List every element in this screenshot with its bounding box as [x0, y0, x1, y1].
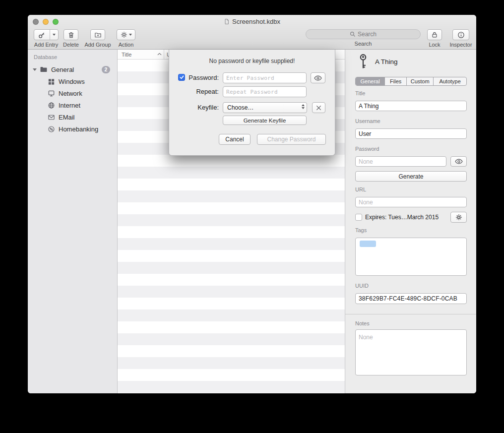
toolbar: Add Entry Delete Add Group	[28, 28, 476, 50]
group-label: EMail	[59, 114, 75, 121]
repeat-input[interactable]	[223, 86, 307, 97]
delete-label: Delete	[63, 42, 79, 48]
sidebar-item-internet[interactable]: Internet	[28, 99, 117, 111]
entry-count-badge: 2	[102, 66, 110, 73]
inspector-tabs: General Files Custom Autotype	[355, 77, 467, 86]
delete-button[interactable]	[63, 29, 78, 40]
entry-title: A Thing	[375, 58, 398, 65]
group-label: Internet	[59, 102, 80, 109]
password-input[interactable]	[223, 72, 307, 83]
eye-icon	[314, 75, 322, 81]
tag-chip[interactable]	[360, 241, 376, 247]
email-icon	[48, 114, 55, 121]
windows-icon	[48, 78, 55, 85]
change-password-button[interactable]: Change Password	[257, 134, 326, 145]
expires-row: Expires: Tues…March 2015	[355, 214, 439, 221]
title-field[interactable]	[355, 101, 467, 111]
url-field-label: URL	[355, 186, 366, 192]
tab-files[interactable]: Files	[384, 77, 406, 85]
add-entry-item: Add Entry	[32, 29, 61, 48]
username-field-label: Username	[355, 118, 380, 124]
show-password-button[interactable]	[311, 72, 325, 83]
tab-general[interactable]: General	[356, 77, 384, 85]
section-divider	[345, 314, 476, 314]
generate-password-button[interactable]: Generate	[355, 171, 467, 182]
sort-ascending-icon	[157, 53, 162, 56]
search-placeholder: Search	[358, 31, 377, 38]
url-field[interactable]	[355, 197, 467, 207]
search-input[interactable]: Search	[306, 29, 421, 39]
sidebar-item-windows[interactable]: Windows	[28, 75, 117, 87]
window-title-area: Screenshot.kdbx	[28, 15, 476, 28]
folder-plus-icon	[94, 31, 102, 39]
password-label: Password:	[169, 74, 219, 81]
eye-icon	[455, 159, 463, 164]
notes-field[interactable]: None	[355, 329, 467, 375]
uuid-field[interactable]	[355, 293, 467, 304]
column-header-title[interactable]: Title	[122, 52, 131, 58]
zoom-button[interactable]	[53, 19, 59, 25]
tags-box[interactable]	[355, 238, 467, 276]
add-group-button[interactable]	[90, 29, 105, 40]
action-button[interactable]	[117, 29, 135, 40]
password-field-label: Password	[355, 146, 379, 152]
expires-settings-button[interactable]	[450, 212, 467, 223]
sidebar-item-homebanking[interactable]: Homebanking	[28, 123, 117, 135]
notes-placeholder: None	[359, 334, 373, 341]
search-icon	[350, 31, 356, 37]
title-field-label: Title	[355, 90, 365, 96]
clear-keyfile-button[interactable]	[312, 102, 325, 113]
password-field[interactable]	[355, 156, 446, 167]
tab-custom[interactable]: Custom	[406, 77, 433, 85]
action-label: Action	[119, 42, 134, 48]
traffic-lights	[33, 19, 59, 25]
keyfile-label: Keyfile:	[169, 104, 219, 111]
reveal-password-button[interactable]	[450, 156, 467, 167]
add-group-item: Add Group	[82, 29, 113, 48]
internet-icon	[48, 102, 55, 109]
sidebar-item-general[interactable]: General 2	[28, 63, 117, 75]
disclosure-icon[interactable]	[33, 68, 37, 71]
repeat-label: Repeat:	[169, 88, 219, 95]
expires-checkbox[interactable]	[355, 214, 362, 221]
add-group-label: Add Group	[84, 42, 111, 48]
keyfile-dropdown[interactable]: Choose…	[223, 102, 307, 113]
sidebar-item-network[interactable]: Network	[28, 87, 117, 99]
close-button[interactable]	[33, 19, 39, 25]
lock-label: Lock	[429, 42, 440, 48]
lock-button[interactable]	[427, 29, 442, 40]
tab-autotype[interactable]: Autotype	[433, 77, 466, 85]
stepper-icon	[302, 104, 305, 109]
network-icon	[48, 90, 55, 97]
document-icon	[224, 18, 230, 25]
gear-icon	[121, 31, 127, 38]
add-entry-dropdown[interactable]	[50, 30, 58, 40]
inspector-label: Inspector	[449, 42, 472, 48]
change-password-dialog: No password or keyfile supplied! Passwor…	[169, 50, 335, 156]
group-label: Network	[59, 90, 82, 97]
generate-keyfile-button[interactable]: Generate Keyfile	[223, 116, 307, 125]
cancel-button[interactable]: Cancel	[219, 134, 251, 145]
inspector-button[interactable]	[452, 29, 469, 40]
minimize-button[interactable]	[43, 19, 49, 25]
search-label: Search	[355, 41, 372, 47]
folder-icon	[40, 65, 48, 73]
delete-item: Delete	[60, 29, 82, 48]
sidebar-item-email[interactable]: EMail	[28, 111, 117, 123]
lock-icon	[431, 31, 438, 38]
info-icon	[457, 31, 465, 39]
keyfile-value: Choose…	[227, 104, 253, 111]
action-item: Action	[115, 29, 137, 48]
uuid-field-label: UUID	[355, 283, 369, 289]
username-field[interactable]	[355, 128, 467, 139]
add-entry-button[interactable]	[34, 29, 59, 40]
chevron-down-icon	[129, 34, 132, 36]
window-chrome: Screenshot.kdbx Add Entry D	[28, 15, 476, 50]
inspector-item: Inspector	[447, 29, 475, 48]
tags-field-label: Tags	[355, 227, 367, 233]
key-icon	[357, 54, 370, 69]
group-label: Windows	[59, 78, 85, 85]
trash-icon	[67, 31, 75, 39]
sidebar-section-header: Database	[34, 54, 57, 60]
column-divider[interactable]	[164, 50, 164, 59]
